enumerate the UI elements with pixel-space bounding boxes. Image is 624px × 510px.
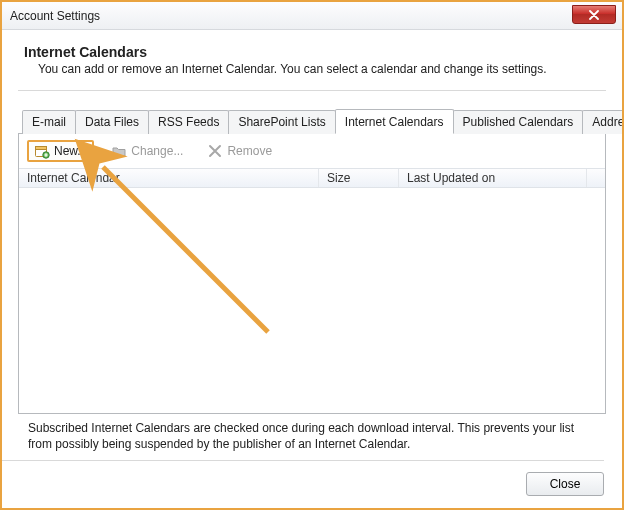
close-icon <box>589 10 599 20</box>
new-button[interactable]: New... <box>27 140 94 162</box>
change-button-label: Change... <box>131 144 183 158</box>
calendar-new-icon <box>34 143 50 159</box>
dialog-footer: Close <box>526 472 604 496</box>
section-subtext: You can add or remove an Internet Calend… <box>18 62 606 76</box>
tab-sharepoint-lists[interactable]: SharePoint Lists <box>228 110 335 134</box>
remove-button[interactable]: Remove <box>200 140 279 162</box>
calendar-list[interactable] <box>19 188 605 413</box>
folder-change-icon <box>111 143 127 159</box>
tab-published-calendars[interactable]: Published Calendars <box>453 110 584 134</box>
window-title: Account Settings <box>10 9 100 23</box>
col-header-size[interactable]: Size <box>319 169 399 187</box>
column-headers: Internet Calendar Size Last Updated on <box>19 168 605 188</box>
window-close-button[interactable] <box>572 5 616 24</box>
footer-separator <box>0 460 604 461</box>
change-button[interactable]: Change... <box>104 140 190 162</box>
tab-strip: E-mail Data Files RSS Feeds SharePoint L… <box>18 109 606 134</box>
dialog-content: Internet Calendars You can add or remove… <box>2 30 622 462</box>
new-button-label: New... <box>54 144 87 158</box>
separator <box>18 90 606 91</box>
section-heading: Internet Calendars <box>18 44 606 60</box>
svg-rect-1 <box>36 147 47 150</box>
tab-data-files[interactable]: Data Files <box>75 110 149 134</box>
col-header-name[interactable]: Internet Calendar <box>19 169 319 187</box>
tab-email[interactable]: E-mail <box>22 110 76 134</box>
tab-address-books[interactable]: Address Books <box>582 110 624 134</box>
remove-icon <box>207 143 223 159</box>
toolbar: New... Change... Remove <box>19 134 605 168</box>
col-header-updated[interactable]: Last Updated on <box>399 169 587 187</box>
title-bar: Account Settings <box>2 2 622 30</box>
close-button[interactable]: Close <box>526 472 604 496</box>
footnote-text: Subscribed Internet Calendars are checke… <box>18 414 606 452</box>
tab-pane: New... Change... Remove Internet Calenda… <box>18 134 606 414</box>
col-header-spacer <box>587 169 605 187</box>
tab-rss-feeds[interactable]: RSS Feeds <box>148 110 229 134</box>
tab-internet-calendars[interactable]: Internet Calendars <box>335 109 454 134</box>
remove-button-label: Remove <box>227 144 272 158</box>
